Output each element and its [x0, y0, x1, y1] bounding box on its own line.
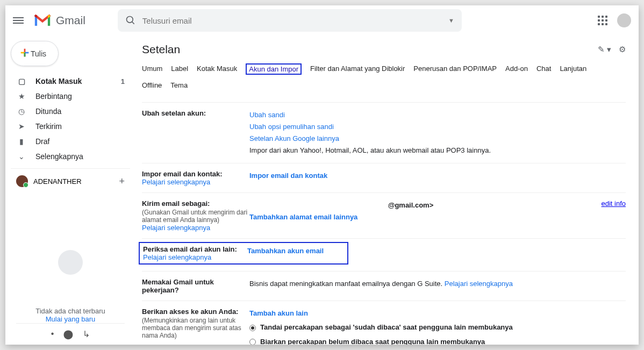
svg-point-0 — [126, 17, 133, 23]
header: Gmail ▼ — [5, 5, 639, 35]
hangouts-tab-icon[interactable]: ⬤ — [63, 329, 73, 339]
edit-icon[interactable]: ✎ ▾ — [598, 45, 611, 54]
search-input[interactable] — [142, 16, 448, 25]
add-sendas-link[interactable]: Tambahkan alamat email lainnya — [249, 213, 357, 221]
learn-more-link[interactable]: Pelajari selengkapnya — [142, 224, 210, 232]
search-box[interactable]: ▼ — [118, 9, 462, 32]
radio-leave-unread[interactable]: Biarkan percakapan belum dibaca saat pen… — [249, 336, 626, 345]
add-email-account-link[interactable]: Tambahkan akun email — [247, 247, 324, 255]
start-chat-link[interactable]: Mulai yang baru — [46, 315, 96, 323]
chat-area: Tidak ada chat terbaru Mulai yang baru •… — [11, 245, 130, 345]
add-another-account-link[interactable]: Tambah akun lain — [249, 309, 308, 317]
label-avatar — [16, 175, 28, 187]
gmail-logo[interactable]: Gmail — [33, 13, 85, 27]
nav-inbox[interactable]: ▢Kotak Masuk1 — [11, 74, 130, 89]
compose-button[interactable]: Tulis — [11, 41, 59, 66]
gear-icon[interactable]: ⚙ — [619, 45, 626, 54]
svg-line-1 — [132, 22, 134, 24]
chat-tabs: • ⬤ ↳ — [16, 323, 125, 339]
learn-more-link[interactable]: Pelajari selengkapnya — [142, 178, 210, 186]
label-row[interactable]: ADENANTHER + — [11, 168, 130, 189]
tab-label[interactable]: Label — [171, 63, 188, 75]
tab-addon[interactable]: Add-on — [505, 63, 528, 75]
tab-tema[interactable]: Tema — [170, 80, 188, 90]
send-icon: ➤ — [16, 122, 27, 131]
add-label-icon[interactable]: + — [119, 176, 125, 187]
section-import: Impor email dan kontak: Pelajari selengk… — [142, 163, 626, 192]
nav-starred[interactable]: ★Berbintang — [11, 89, 130, 104]
radio-mark-read[interactable]: Tandai percakapan sebagai 'sudah dibaca'… — [249, 322, 626, 333]
file-icon: ▮ — [16, 137, 27, 146]
chat-empty-text: Tidak ada chat terbaru — [16, 307, 125, 315]
change-password-link[interactable]: Ubah sandi — [249, 111, 285, 119]
plus-icon — [19, 47, 31, 60]
tab-umum[interactable]: Umum — [142, 63, 162, 75]
import-desc: Impor dari akun Yahoo!, Hotmail, AOL, at… — [249, 146, 491, 154]
tab-lanjutan[interactable]: Lanjutan — [560, 63, 586, 75]
main-content: Setelan ✎ ▾ ⚙ Umum Label Kotak Masuk Aku… — [134, 35, 639, 345]
search-icon — [125, 15, 136, 26]
gsuite-learn-link[interactable]: Pelajari selengkapnya — [445, 280, 513, 288]
change-recovery-link[interactable]: Ubah opsi pemulihan sandi — [249, 123, 334, 131]
menu-icon[interactable] — [13, 16, 24, 25]
sendas-email: @gmail.com> — [388, 201, 434, 209]
inbox-icon: ▢ — [16, 77, 27, 85]
tab-filter[interactable]: Filter dan Alamat yang Diblokir — [310, 63, 405, 75]
page-title: Setelan — [142, 43, 180, 56]
radio-icon — [249, 325, 256, 331]
person-icon[interactable]: • — [51, 329, 54, 339]
section-account-settings: Ubah setelan akun: Ubah sandi Ubah opsi … — [142, 102, 626, 163]
learn-more-link[interactable]: Pelajari selengkapnya — [143, 253, 211, 261]
section-grant-access: Berikan akses ke akun Anda: (Memungkinka… — [142, 301, 626, 345]
tab-chat[interactable]: Chat — [536, 63, 551, 75]
nav-drafts[interactable]: ▮Draf — [11, 134, 130, 149]
account-avatar[interactable] — [617, 13, 631, 27]
sidebar: Tulis ▢Kotak Masuk1 ★Berbintang ◷Ditunda… — [5, 35, 134, 345]
phone-icon[interactable]: ↳ — [83, 329, 90, 339]
label-name: ADENANTHER — [33, 177, 82, 185]
import-mail-link[interactable]: Impor email dan kontak — [249, 172, 327, 180]
nav-more[interactable]: ⌄Selengkapnya — [11, 149, 130, 164]
hangouts-icon[interactable] — [58, 250, 83, 275]
tab-kotak-masuk[interactable]: Kotak Masuk — [197, 63, 237, 75]
clock-icon: ◷ — [16, 107, 27, 116]
tab-offline[interactable]: Offline — [142, 80, 162, 90]
nav-list: ▢Kotak Masuk1 ★Berbintang ◷Ditunda ➤Terk… — [11, 74, 130, 164]
section-gsuite: Memakai Gmail untuk pekerjaan? Bisnis da… — [142, 271, 626, 301]
edit-info-link[interactable]: edit info — [601, 199, 626, 208]
tab-akun-dan-impor[interactable]: Akun dan Impor — [246, 63, 302, 75]
other-google-settings-link[interactable]: Setelan Akun Google lainnya — [249, 134, 339, 142]
settings-tabs: Umum Label Kotak Masuk Akun dan Impor Fi… — [142, 63, 626, 96]
section-check-other: Periksa email dari akun lain: Pelajari s… — [142, 238, 626, 271]
chevron-down-icon: ⌄ — [16, 152, 27, 161]
product-name: Gmail — [56, 14, 85, 27]
radio-icon — [249, 339, 256, 345]
search-options-icon[interactable]: ▼ — [448, 17, 454, 24]
section-send-as: Kirim email sebagai: (Gunakan Gmail untu… — [142, 192, 626, 238]
nav-snoozed[interactable]: ◷Ditunda — [11, 104, 130, 119]
star-icon: ★ — [16, 92, 27, 101]
gmail-app: Gmail ▼ Tulis ▢Kotak Masuk1 ★Berbintang … — [5, 5, 639, 345]
nav-sent[interactable]: ➤Terkirim — [11, 119, 130, 134]
tab-penerusan[interactable]: Penerusan dan POP/IMAP — [413, 63, 497, 75]
compose-label: Tulis — [31, 49, 46, 58]
apps-icon[interactable] — [598, 16, 607, 25]
